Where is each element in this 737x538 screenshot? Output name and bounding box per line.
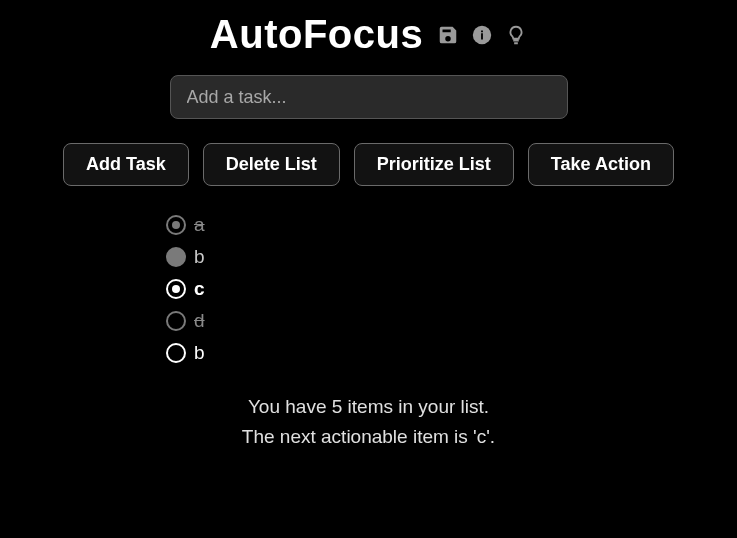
task-list: a b c d b	[166, 214, 205, 364]
prioritize-list-button[interactable]: Prioritize List	[354, 143, 514, 186]
task-item[interactable]: a	[166, 214, 205, 236]
take-action-button[interactable]: Take Action	[528, 143, 674, 186]
delete-list-button[interactable]: Delete List	[203, 143, 340, 186]
header-icons	[437, 24, 527, 46]
lightbulb-icon[interactable]	[505, 24, 527, 46]
task-status-icon	[166, 343, 186, 363]
status-text: You have 5 items in your list. The next …	[242, 392, 495, 453]
task-item[interactable]: b	[166, 246, 205, 268]
input-row	[170, 75, 568, 119]
app-title: AutoFocus	[210, 12, 423, 57]
task-item[interactable]: b	[166, 342, 205, 364]
info-icon[interactable]	[471, 24, 493, 46]
task-status-icon	[166, 279, 186, 299]
task-label: b	[194, 342, 205, 364]
task-item[interactable]: c	[166, 278, 205, 300]
task-label: c	[194, 278, 205, 300]
task-status-icon	[166, 311, 186, 331]
status-line-1: You have 5 items in your list.	[242, 392, 495, 422]
task-label: b	[194, 246, 205, 268]
status-line-2: The next actionable item is 'c'.	[242, 422, 495, 452]
task-label: a	[194, 214, 205, 236]
save-icon[interactable]	[437, 24, 459, 46]
button-row: Add Task Delete List Prioritize List Tak…	[63, 143, 674, 186]
add-task-button[interactable]: Add Task	[63, 143, 189, 186]
task-status-icon	[166, 247, 186, 267]
task-item[interactable]: d	[166, 310, 205, 332]
add-task-input[interactable]	[170, 75, 568, 119]
header: AutoFocus	[210, 12, 527, 57]
task-label: d	[194, 310, 205, 332]
task-status-icon	[166, 215, 186, 235]
